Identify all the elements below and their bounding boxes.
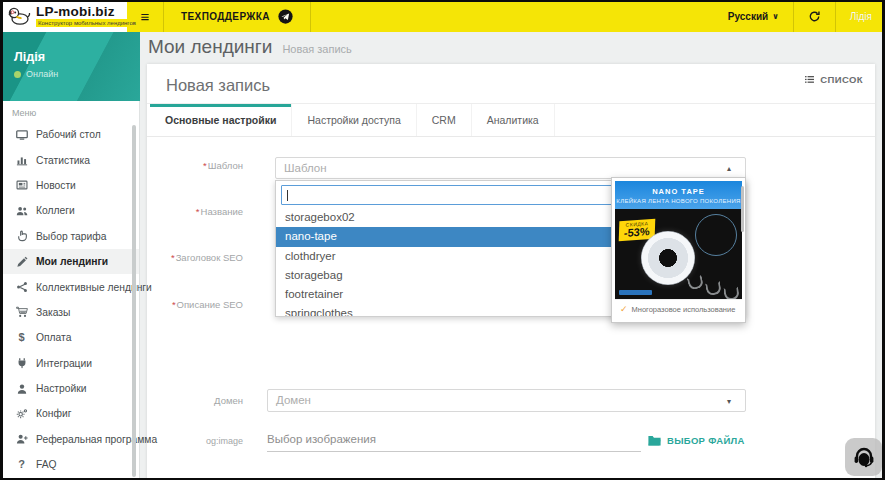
sidebar-menu: Рабочий стол Статистика Новости Коллеги … — [0, 122, 139, 477]
sidebar-scrollbar[interactable] — [132, 125, 136, 477]
sidebar-menu-item[interactable]: Заказы — [0, 300, 139, 325]
brand-logo[interactable]: LP-mobi.biz Конструктор мобильных лендин… — [0, 0, 127, 32]
preview-header: NANO TAPE КЛЕЙКАЯ ЛЕНТА НОВОГО ПОКОЛЕНИЯ — [615, 181, 742, 209]
sidebar-menu-item[interactable]: Выбор тарифа — [0, 224, 139, 249]
seo-title-field-label: *Заголовок SEO — [147, 252, 243, 263]
menu-section-label: Меню — [12, 108, 36, 118]
name-field-label: *Название — [147, 206, 243, 217]
tape-strip — [687, 274, 705, 290]
support-chat-fab[interactable] — [845, 438, 882, 476]
preview-subtitle: КЛЕЙКАЯ ЛЕНТА НОВОГО ПОКОЛЕНИЯ — [616, 198, 740, 204]
brand-title: LP-mobi.biz — [36, 5, 138, 19]
choose-file-button[interactable]: ВЫБОР ФАЙЛА — [648, 435, 745, 446]
frame-edge — [0, 0, 3, 480]
new-record-card: Новая запись СПИСОК Основные настройки Н… — [147, 64, 875, 480]
plug-icon — [14, 357, 29, 369]
page-header: Мои лендинги Новая запись — [148, 36, 352, 58]
app-window: LP-mobi.biz Конструктор мобильных лендин… — [0, 0, 885, 480]
preview-link-bar — [619, 290, 652, 295]
tab[interactable]: Аналитика — [472, 104, 555, 136]
text-cursor — [287, 190, 288, 201]
domain-select-placeholder: Домен — [268, 390, 745, 411]
desktop-icon — [14, 129, 29, 141]
brand-tagline: Конструктор мобильных лендингов — [36, 19, 138, 27]
domain-select[interactable]: Домен ▾ — [267, 389, 746, 412]
preview-title: NANO TAPE — [652, 187, 705, 196]
inset-circle-image — [695, 214, 737, 256]
sidebar-menu-item[interactable]: Мои лендинги — [0, 249, 139, 274]
sidebar-menu-item[interactable]: Конфиг — [0, 401, 139, 426]
tab[interactable]: Настройки доступа — [292, 104, 416, 136]
card-title: Новая запись — [166, 76, 270, 95]
profile-name: Лідія — [14, 50, 45, 64]
topbar: LP-mobi.biz Конструктор мобильных лендин… — [0, 0, 885, 32]
tape-strip — [723, 286, 739, 299]
breadcrumb: Новая запись — [282, 43, 351, 55]
template-preview-popover: NANO TAPE КЛЕЙКАЯ ЛЕНТА НОВОГО ПОКОЛЕНИЯ… — [611, 177, 746, 323]
tabs: Основные настройки Настройки доступа CRM… — [147, 104, 875, 137]
dog-logo-icon — [7, 6, 31, 26]
og-image-input[interactable] — [267, 426, 641, 452]
tab[interactable]: CRM — [417, 104, 472, 136]
chart-icon — [14, 154, 29, 166]
topbar-divider — [310, 0, 311, 32]
og-image-field-label: og:image — [147, 436, 243, 446]
language-label: Русский — [728, 11, 768, 22]
online-status-label: Онлайн — [26, 69, 58, 79]
refresh-icon — [808, 10, 821, 23]
sidebar-profile: Лідія Онлайн — [0, 32, 140, 101]
question-icon: ? — [14, 459, 29, 471]
caret-up-icon: ▴ — [727, 164, 731, 173]
sidebar-menu-item[interactable]: Статистика — [0, 147, 139, 172]
tab[interactable]: Основные настройки — [150, 104, 292, 136]
page-title: Мои лендинги — [148, 36, 272, 58]
online-status-dot — [14, 71, 21, 78]
sidebar-menu-item[interactable]: Настройки — [0, 376, 139, 401]
preview-product-image: СКИДКА -53% — [615, 209, 742, 299]
news-icon — [14, 179, 29, 191]
cart-icon — [14, 306, 29, 318]
template-select[interactable]: Шаблон ▴ — [275, 157, 746, 179]
language-selector[interactable]: Русский ∨ — [714, 11, 793, 22]
seo-desc-field-label: *Описание SEO — [147, 299, 243, 310]
support-label: ТЕХПОДДЕРЖКА — [181, 11, 270, 22]
sidebar: Лідія Онлайн Меню Рабочий стол Статистик… — [0, 32, 140, 480]
folder-icon — [648, 435, 661, 446]
check-icon: ✓ — [620, 304, 628, 314]
sidebar-menu-item[interactable]: Коллективные лендинги — [0, 274, 139, 299]
users-icon — [14, 205, 29, 217]
choose-file-label: ВЫБОР ФАЙЛА — [667, 435, 745, 446]
sidebar-menu-item[interactable]: Реферальная программа — [0, 427, 139, 452]
sidebar-menu-item[interactable]: Коллеги — [0, 198, 139, 223]
sidebar-menu-item[interactable]: Новости — [0, 173, 139, 198]
headset-icon — [852, 445, 876, 469]
dollar-icon: $ — [14, 332, 29, 344]
list-button-label: СПИСОК — [820, 74, 863, 85]
user-plus-icon — [14, 433, 29, 445]
telegram-icon — [278, 9, 293, 24]
chevron-down-icon: ∨ — [772, 12, 779, 21]
sidebar-menu-item[interactable]: ? FAQ — [0, 452, 139, 477]
pen-icon — [14, 256, 29, 268]
sidebar-menu-item[interactable]: Интеграции — [0, 351, 139, 376]
list-button[interactable]: СПИСОК — [804, 74, 863, 85]
frame-edge — [0, 0, 885, 2]
share-icon — [14, 281, 29, 293]
sidebar-toggle-hamburger-icon[interactable]: ≡ — [127, 8, 163, 25]
support-button[interactable]: ТЕХПОДДЕРЖКА — [164, 0, 310, 32]
hand-pointer-icon — [14, 230, 29, 242]
user-icon — [14, 383, 29, 395]
list-icon — [804, 74, 815, 85]
preview-feature-text: Многоразовое использование — [632, 305, 736, 314]
template-select-placeholder: Шаблон — [276, 158, 745, 178]
sidebar-menu-item[interactable]: Рабочий стол — [0, 122, 139, 147]
domain-field-label: Домен — [147, 395, 243, 406]
caret-down-icon: ▾ — [727, 396, 731, 405]
preview-feature-row: ✓ Многоразовое использование — [615, 299, 742, 318]
template-field-label: *Шаблон — [147, 160, 243, 171]
refresh-button[interactable] — [794, 10, 835, 23]
topbar-username[interactable]: Лідія — [836, 11, 878, 22]
tape-strip — [705, 281, 722, 296]
preview-scrollbar[interactable] — [741, 186, 744, 232]
sidebar-menu-item[interactable]: $ Оплата — [0, 325, 139, 350]
